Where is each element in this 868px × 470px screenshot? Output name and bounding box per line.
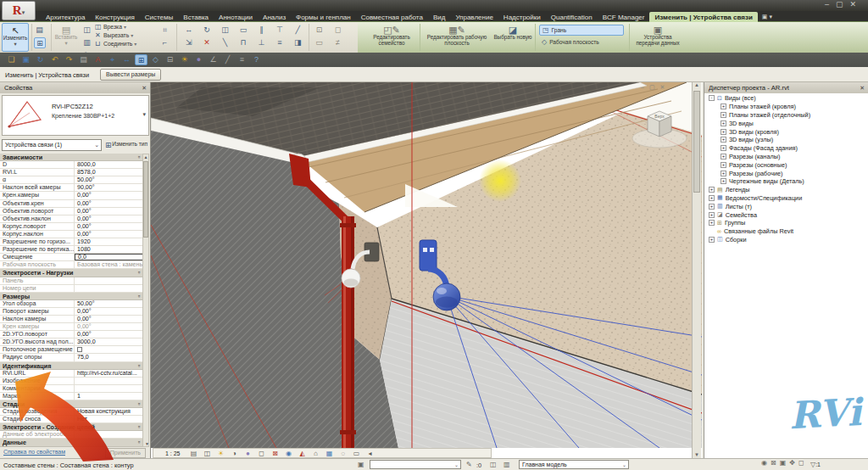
ribbon-tab-9[interactable]: Вид <box>428 12 450 22</box>
property-section-37[interactable]: Данные» <box>0 439 143 446</box>
property-value[interactable]: http://rvi-cctv.ru/catal... <box>75 370 143 377</box>
expand-icon[interactable]: + <box>721 145 726 151</box>
ribbon-tab-8[interactable]: Совместная работа <box>356 12 428 22</box>
property-row[interactable]: Разрешение по вертика...1080 <box>0 246 143 254</box>
temporary-view-properties-icon[interactable]: ▦ <box>323 449 337 458</box>
paint-icon[interactable]: ⌐ <box>159 37 170 48</box>
ribbon-tab-13[interactable]: BCF Manager <box>598 12 650 22</box>
property-value[interactable]: 0,00° <box>75 316 143 322</box>
browser-item-5[interactable]: +3D виды (кровля) <box>704 127 868 136</box>
property-row[interactable]: Крен.камеры0,00° <box>0 192 143 199</box>
property-row[interactable]: Корпус.поворот0,00° <box>0 223 143 231</box>
property-value[interactable]: 90,00° <box>75 184 143 191</box>
ribbon-display-toggle-icon[interactable]: ▣ ▾ <box>758 12 776 22</box>
print-icon[interactable]: ▤ <box>77 54 90 65</box>
edit-workplane-button[interactable]: ▦✎ Редактировать рабочую плоскость <box>422 23 492 52</box>
property-row[interactable]: Стадия возведенияНовая конструкция <box>0 408 143 416</box>
property-value[interactable]: 8000,0 <box>75 161 143 168</box>
properties-close-icon[interactable]: ✕ <box>142 82 147 93</box>
help-icon[interactable]: ? <box>250 54 263 65</box>
visual-style-icon[interactable]: ◫ <box>201 449 214 458</box>
show-dimensions-button[interactable]: Вывести размеры <box>100 69 161 81</box>
cope-icon[interactable]: ⌗ <box>159 25 170 36</box>
property-row[interactable]: Панель <box>0 277 143 285</box>
type-selector[interactable]: RVi-IPC52Z12 Крепление 380BP+1+2 ▾ <box>2 95 149 136</box>
browser-item-15[interactable]: +◪Семейства <box>704 210 868 219</box>
mirror-icon[interactable]: ▭ <box>234 25 252 35</box>
worksharing-display-icon[interactable]: ◌ <box>337 449 350 458</box>
property-value[interactable]: 0,00° <box>75 331 143 338</box>
split-icon[interactable]: ╲ <box>216 37 234 48</box>
category-filter-dropdown[interactable]: Устройства связи (1)⌄ <box>2 139 102 151</box>
design-options-dropdown[interactable]: ⌄ <box>370 460 461 469</box>
array-icon[interactable]: ⊓ <box>234 37 252 48</box>
browser-item-1[interactable]: -⊡Виды (все) <box>704 94 868 103</box>
property-row[interactable]: Наклон камеры0,00° <box>0 316 143 323</box>
property-row[interactable]: RVi.URLhttp://rvi-cctv.ru/catal... <box>0 370 143 378</box>
text-icon[interactable]: A <box>92 54 104 65</box>
type-selector-chevron-icon[interactable]: ▾ <box>142 111 146 118</box>
revit-app-button[interactable]: R▾ <box>2 1 36 20</box>
property-value[interactable]: 3000,0 <box>75 339 143 345</box>
move-icon[interactable]: ↔ <box>180 25 198 35</box>
property-row[interactable]: Изображение <box>0 378 143 385</box>
property-value[interactable]: 1080 <box>75 246 143 253</box>
browser-item-6[interactable]: +3D виды (узлы) <box>704 136 868 144</box>
save-icon[interactable]: ▣ <box>19 54 32 65</box>
close-button[interactable]: ✕ <box>849 0 863 8</box>
expand-icon[interactable]: - <box>709 95 715 101</box>
expand-icon[interactable]: + <box>709 212 715 218</box>
workset-editing-icon[interactable]: ▥ <box>504 461 510 468</box>
property-value[interactable]: 1 <box>75 393 143 400</box>
property-value[interactable]: Базовая стена : камень_3... <box>75 261 143 268</box>
type-properties-icon[interactable]: ⊞ <box>34 37 46 48</box>
checkbox[interactable] <box>77 347 82 352</box>
property-row[interactable]: Корпус.наклон0,00° <box>0 231 143 238</box>
unlocked-view-icon[interactable]: ⌂ <box>309 449 323 458</box>
property-value[interactable]: 0,0 <box>75 254 143 260</box>
switch-windows-icon[interactable]: ≡ <box>236 54 248 65</box>
property-row[interactable]: Комментарии <box>0 385 143 393</box>
property-value[interactable] <box>75 285 143 292</box>
expand-icon[interactable]: + <box>721 178 726 184</box>
modify-tool-button[interactable]: ↖ Изменить▾ <box>2 23 29 52</box>
project-browser-close-icon[interactable]: ✕ <box>860 82 865 93</box>
property-row[interactable]: Номер цепи <box>0 285 143 293</box>
property-value[interactable]: 0,00° <box>75 200 143 207</box>
browser-item-12[interactable]: +▤Легенды <box>704 186 868 194</box>
property-row[interactable]: Угол обзора50,00° <box>0 300 143 308</box>
pick-new-host-button[interactable]: ◪ Выбрать новую <box>493 23 532 52</box>
show-crop-icon[interactable]: ⊠ <box>269 449 282 458</box>
match-type-icon[interactable]: ◫ <box>81 25 92 36</box>
expand-icon[interactable]: + <box>709 237 715 243</box>
browser-item-18[interactable]: +◫Сборки <box>704 236 868 244</box>
property-row[interactable]: Разрешение по горизо...1920 <box>0 238 143 246</box>
placement-option-1[interactable]: ◳Грань <box>539 25 624 36</box>
property-row[interactable]: α50,00° <box>0 176 143 184</box>
apply-button[interactable]: Применить <box>105 448 146 458</box>
workset-status-icon[interactable]: ⊠ <box>771 459 776 467</box>
browser-item-8[interactable]: +Разрезы (каналы) <box>704 153 868 161</box>
filter-icon[interactable]: ▽:1 <box>810 461 821 468</box>
expand-icon[interactable]: + <box>709 187 715 193</box>
expand-icon[interactable]: + <box>721 120 726 126</box>
property-row[interactable]: 2D.УГО.поворот0,00° <box>0 331 143 339</box>
redo-icon[interactable]: ↷ <box>63 54 75 65</box>
properties-help-link[interactable]: Справка по свойствам <box>3 449 65 455</box>
join-icon[interactable]: ◨ <box>289 37 307 48</box>
design-options-icon[interactable]: ▣ <box>358 461 364 468</box>
property-value[interactable]: 75,0 <box>75 354 143 361</box>
property-value[interactable]: 0,00° <box>75 308 143 315</box>
drawing-area[interactable]: Верх –▢✕ ▲▼ 1 : 25 ▤◫☀◑●◻⊠◉◭⌂▦◌▭◂ <box>151 82 702 458</box>
property-row[interactable]: Объектив.крен0,00° <box>0 200 143 208</box>
property-section-0[interactable]: Зависимости» <box>0 154 143 161</box>
temporary-hide-icon[interactable]: ◉ <box>282 449 296 458</box>
expand-icon[interactable]: + <box>721 112 726 118</box>
ribbon-tab-6[interactable]: Анализ <box>258 12 291 22</box>
property-row[interactable]: Стадия сносаНет <box>0 416 143 423</box>
view-3d-icon[interactable]: ◇ <box>149 54 162 65</box>
property-value[interactable]: 50,00° <box>75 176 143 183</box>
browser-item-14[interactable]: +▥Листы (т) <box>704 202 868 210</box>
browser-item-13[interactable]: +▦Ведомости/Спецификации <box>704 194 868 203</box>
property-value[interactable]: 0,00° <box>75 215 143 222</box>
